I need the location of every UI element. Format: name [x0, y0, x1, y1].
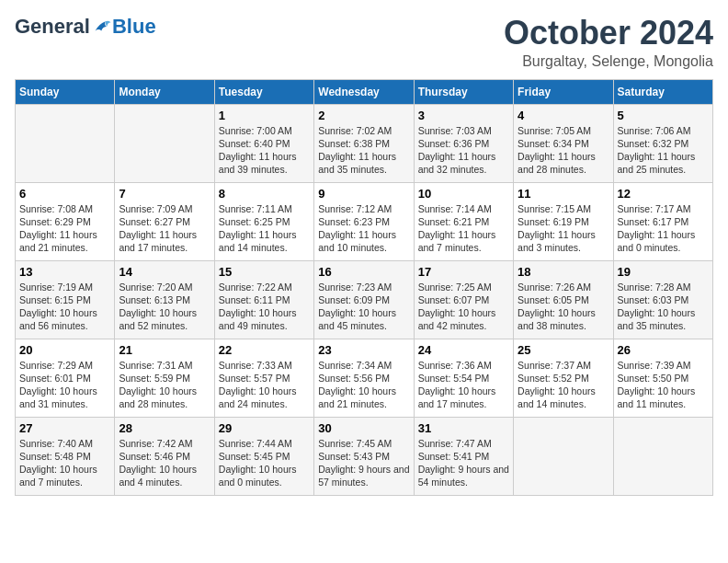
calendar-cell: 12Sunrise: 7:17 AMSunset: 6:17 PMDayligh…: [613, 182, 712, 260]
day-number: 25: [518, 343, 609, 357]
day-number: 19: [618, 265, 709, 279]
day-info-text: Sunrise: 7:25 AMSunset: 6:07 PMDaylight:…: [418, 281, 509, 333]
day-info-text: Sunrise: 7:26 AMSunset: 6:05 PMDaylight:…: [518, 281, 609, 333]
calendar-cell: 25Sunrise: 7:37 AMSunset: 5:52 PMDayligh…: [514, 339, 613, 417]
day-header-monday: Monday: [115, 79, 214, 104]
calendar-cell: 8Sunrise: 7:11 AMSunset: 6:25 PMDaylight…: [214, 182, 313, 260]
day-info-text: Sunrise: 7:45 AMSunset: 5:43 PMDaylight:…: [318, 437, 409, 489]
day-info-text: Sunrise: 7:29 AMSunset: 6:01 PMDaylight:…: [19, 359, 110, 411]
calendar-cell: 7Sunrise: 7:09 AMSunset: 6:27 PMDaylight…: [115, 182, 214, 260]
day-number: 2: [318, 109, 409, 122]
calendar-week-row: 13Sunrise: 7:19 AMSunset: 6:15 PMDayligh…: [16, 260, 713, 339]
calendar-cell: 2Sunrise: 7:02 AMSunset: 6:38 PMDaylight…: [314, 104, 414, 182]
day-info-text: Sunrise: 7:33 AMSunset: 5:57 PMDaylight:…: [219, 359, 310, 411]
day-number: 23: [318, 343, 409, 357]
day-info-text: Sunrise: 7:03 AMSunset: 6:36 PMDaylight:…: [418, 124, 509, 177]
calendar-cell: 3Sunrise: 7:03 AMSunset: 6:36 PMDaylight…: [414, 104, 513, 182]
page-header: General Blue October 2024 Burgaltay, Sel…: [15, 15, 713, 70]
day-number: 10: [418, 187, 509, 201]
calendar-cell: 19Sunrise: 7:28 AMSunset: 6:03 PMDayligh…: [613, 260, 712, 339]
calendar-cell: 16Sunrise: 7:23 AMSunset: 6:09 PMDayligh…: [314, 260, 414, 339]
day-info-text: Sunrise: 7:14 AMSunset: 6:21 PMDaylight:…: [418, 202, 509, 255]
calendar-cell: 21Sunrise: 7:31 AMSunset: 5:59 PMDayligh…: [115, 339, 214, 417]
day-info-text: Sunrise: 7:39 AMSunset: 5:50 PMDaylight:…: [618, 359, 709, 411]
calendar-cell: 1Sunrise: 7:00 AMSunset: 6:40 PMDaylight…: [214, 104, 313, 182]
day-number: 7: [119, 187, 210, 201]
calendar-cell: [115, 104, 214, 182]
day-header-wednesday: Wednesday: [314, 79, 414, 104]
day-number: 8: [219, 187, 310, 201]
calendar-cell: 5Sunrise: 7:06 AMSunset: 6:32 PMDaylight…: [613, 104, 712, 182]
day-number: 5: [618, 109, 709, 122]
day-info-text: Sunrise: 7:20 AMSunset: 6:13 PMDaylight:…: [119, 281, 210, 333]
day-info-text: Sunrise: 7:15 AMSunset: 6:19 PMDaylight:…: [518, 202, 609, 255]
calendar-cell: [514, 417, 613, 495]
day-number: 28: [119, 421, 210, 435]
calendar-cell: 4Sunrise: 7:05 AMSunset: 6:34 PMDaylight…: [514, 104, 613, 182]
calendar-week-row: 20Sunrise: 7:29 AMSunset: 6:01 PMDayligh…: [16, 339, 713, 417]
day-number: 16: [318, 265, 409, 279]
day-info-text: Sunrise: 7:09 AMSunset: 6:27 PMDaylight:…: [119, 202, 210, 255]
day-number: 31: [418, 421, 509, 435]
logo-general-text: General: [15, 15, 90, 39]
day-number: 13: [19, 265, 110, 279]
day-info-text: Sunrise: 7:22 AMSunset: 6:11 PMDaylight:…: [219, 281, 310, 333]
calendar-cell: 20Sunrise: 7:29 AMSunset: 6:01 PMDayligh…: [16, 339, 115, 417]
calendar-cell: 23Sunrise: 7:34 AMSunset: 5:56 PMDayligh…: [314, 339, 414, 417]
calendar-cell: 31Sunrise: 7:47 AMSunset: 5:41 PMDayligh…: [414, 417, 513, 495]
day-header-friday: Friday: [514, 79, 613, 104]
calendar-week-row: 27Sunrise: 7:40 AMSunset: 5:48 PMDayligh…: [16, 417, 713, 495]
day-info-text: Sunrise: 7:06 AMSunset: 6:32 PMDaylight:…: [618, 124, 709, 177]
calendar-cell: [613, 417, 712, 495]
day-number: 21: [119, 343, 210, 357]
calendar-cell: 26Sunrise: 7:39 AMSunset: 5:50 PMDayligh…: [613, 339, 712, 417]
day-number: 4: [518, 109, 609, 122]
calendar-cell: 15Sunrise: 7:22 AMSunset: 6:11 PMDayligh…: [214, 260, 313, 339]
day-number: 22: [219, 343, 310, 357]
day-number: 15: [219, 265, 310, 279]
day-number: 3: [418, 109, 509, 122]
day-number: 24: [418, 343, 509, 357]
calendar-cell: 11Sunrise: 7:15 AMSunset: 6:19 PMDayligh…: [514, 182, 613, 260]
day-number: 6: [19, 187, 110, 201]
calendar-cell: 18Sunrise: 7:26 AMSunset: 6:05 PMDayligh…: [514, 260, 613, 339]
calendar-cell: 30Sunrise: 7:45 AMSunset: 5:43 PMDayligh…: [314, 417, 414, 495]
day-info-text: Sunrise: 7:00 AMSunset: 6:40 PMDaylight:…: [219, 124, 310, 177]
day-info-text: Sunrise: 7:05 AMSunset: 6:34 PMDaylight:…: [518, 124, 609, 177]
day-info-text: Sunrise: 7:42 AMSunset: 5:46 PMDaylight:…: [119, 437, 210, 489]
day-info-text: Sunrise: 7:47 AMSunset: 5:41 PMDaylight:…: [418, 437, 509, 489]
calendar-cell: 24Sunrise: 7:36 AMSunset: 5:54 PMDayligh…: [414, 339, 513, 417]
logo: General Blue: [15, 15, 156, 39]
calendar-cell: [16, 104, 115, 182]
day-header-thursday: Thursday: [414, 79, 513, 104]
calendar-cell: 29Sunrise: 7:44 AMSunset: 5:45 PMDayligh…: [214, 417, 313, 495]
calendar-cell: 6Sunrise: 7:08 AMSunset: 6:29 PMDaylight…: [16, 182, 115, 260]
calendar-cell: 10Sunrise: 7:14 AMSunset: 6:21 PMDayligh…: [414, 182, 513, 260]
day-info-text: Sunrise: 7:17 AMSunset: 6:17 PMDaylight:…: [618, 202, 709, 255]
day-info-text: Sunrise: 7:37 AMSunset: 5:52 PMDaylight:…: [518, 359, 609, 411]
day-info-text: Sunrise: 7:40 AMSunset: 5:48 PMDaylight:…: [19, 437, 110, 489]
calendar-table: SundayMondayTuesdayWednesdayThursdayFrid…: [15, 79, 713, 496]
title-block: October 2024 Burgaltay, Selenge, Mongoli…: [504, 15, 713, 70]
day-info-text: Sunrise: 7:02 AMSunset: 6:38 PMDaylight:…: [318, 124, 409, 177]
day-number: 20: [19, 343, 110, 357]
day-info-text: Sunrise: 7:11 AMSunset: 6:25 PMDaylight:…: [219, 202, 310, 255]
day-number: 26: [618, 343, 709, 357]
calendar-cell: 13Sunrise: 7:19 AMSunset: 6:15 PMDayligh…: [16, 260, 115, 339]
day-number: 17: [418, 265, 509, 279]
day-number: 12: [618, 187, 709, 201]
day-header-saturday: Saturday: [613, 79, 712, 104]
calendar-week-row: 6Sunrise: 7:08 AMSunset: 6:29 PMDaylight…: [16, 182, 713, 260]
day-number: 14: [119, 265, 210, 279]
day-header-sunday: Sunday: [16, 79, 115, 104]
logo-bird-icon: [92, 17, 112, 37]
logo-blue-text: Blue: [112, 15, 156, 39]
day-number: 1: [219, 109, 310, 122]
location-subtitle: Burgaltay, Selenge, Mongolia: [504, 53, 713, 70]
day-info-text: Sunrise: 7:31 AMSunset: 5:59 PMDaylight:…: [119, 359, 210, 411]
day-info-text: Sunrise: 7:08 AMSunset: 6:29 PMDaylight:…: [19, 202, 110, 255]
day-info-text: Sunrise: 7:44 AMSunset: 5:45 PMDaylight:…: [219, 437, 310, 489]
calendar-cell: 22Sunrise: 7:33 AMSunset: 5:57 PMDayligh…: [214, 339, 313, 417]
calendar-cell: 27Sunrise: 7:40 AMSunset: 5:48 PMDayligh…: [16, 417, 115, 495]
day-number: 27: [19, 421, 110, 435]
